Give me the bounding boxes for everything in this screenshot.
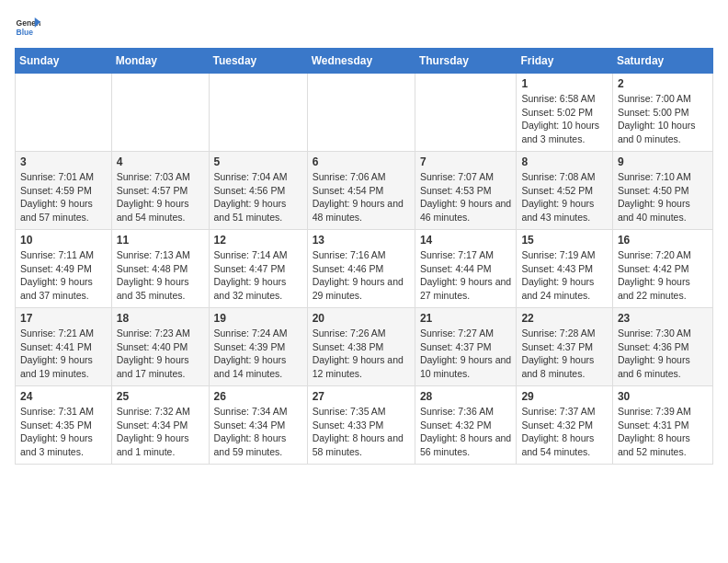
day-info: Sunrise: 7:35 AM Sunset: 4:33 PM Dayligh… — [313, 405, 410, 459]
day-number: 29 — [521, 390, 607, 403]
calendar-cell: 19Sunrise: 7:24 AM Sunset: 4:39 PM Dayli… — [209, 308, 307, 386]
calendar-cell: 24Sunrise: 7:31 AM Sunset: 4:35 PM Dayli… — [16, 386, 112, 465]
calendar-cell: 3Sunrise: 7:01 AM Sunset: 4:59 PM Daylig… — [16, 152, 112, 230]
calendar-cell: 12Sunrise: 7:14 AM Sunset: 4:47 PM Dayli… — [209, 230, 307, 308]
day-number: 24 — [20, 390, 107, 403]
day-number: 13 — [313, 234, 410, 247]
calendar-cell: 13Sunrise: 7:16 AM Sunset: 4:46 PM Dayli… — [307, 230, 415, 308]
calendar-cell: 26Sunrise: 7:34 AM Sunset: 4:34 PM Dayli… — [209, 386, 307, 465]
day-info: Sunrise: 7:10 AM Sunset: 4:50 PM Dayligh… — [618, 170, 708, 224]
calendar-cell: 5Sunrise: 7:04 AM Sunset: 4:56 PM Daylig… — [209, 152, 307, 230]
day-number: 25 — [117, 390, 204, 403]
day-info: Sunrise: 7:04 AM Sunset: 4:56 PM Dayligh… — [214, 170, 302, 224]
calendar-cell: 6Sunrise: 7:06 AM Sunset: 4:54 PM Daylig… — [307, 152, 415, 230]
day-info: Sunrise: 7:34 AM Sunset: 4:34 PM Dayligh… — [214, 405, 302, 459]
day-info: Sunrise: 7:30 AM Sunset: 4:36 PM Dayligh… — [618, 327, 708, 381]
day-info: Sunrise: 7:16 AM Sunset: 4:46 PM Dayligh… — [313, 248, 410, 303]
day-number: 6 — [313, 155, 410, 168]
header-cell-saturday: Saturday — [612, 49, 712, 74]
calendar-cell: 9Sunrise: 7:10 AM Sunset: 4:50 PM Daylig… — [612, 152, 712, 230]
day-info: Sunrise: 7:07 AM Sunset: 4:53 PM Dayligh… — [420, 170, 512, 224]
calendar-cell: 10Sunrise: 7:11 AM Sunset: 4:49 PM Dayli… — [16, 230, 112, 308]
calendar-cell: 30Sunrise: 7:39 AM Sunset: 4:31 PM Dayli… — [612, 386, 712, 465]
calendar-cell: 1Sunrise: 6:58 AM Sunset: 5:02 PM Daylig… — [517, 74, 612, 152]
day-info: Sunrise: 7:03 AM Sunset: 4:57 PM Dayligh… — [117, 170, 204, 224]
calendar-cell: 14Sunrise: 7:17 AM Sunset: 4:44 PM Dayli… — [415, 230, 517, 308]
calendar-cell: 2Sunrise: 7:00 AM Sunset: 5:00 PM Daylig… — [612, 74, 712, 152]
calendar-cell: 7Sunrise: 7:07 AM Sunset: 4:53 PM Daylig… — [415, 152, 517, 230]
calendar-header-row: SundayMondayTuesdayWednesdayThursdayFrid… — [16, 49, 713, 74]
day-number: 30 — [618, 390, 708, 403]
logo: General Blue — [15, 15, 44, 40]
calendar-cell — [111, 74, 209, 152]
calendar-cell: 20Sunrise: 7:26 AM Sunset: 4:38 PM Dayli… — [307, 308, 415, 386]
day-info: Sunrise: 7:08 AM Sunset: 4:52 PM Dayligh… — [521, 170, 607, 224]
day-info: Sunrise: 7:14 AM Sunset: 4:47 PM Dayligh… — [214, 248, 302, 303]
calendar-week-row: 17Sunrise: 7:21 AM Sunset: 4:41 PM Dayli… — [16, 308, 713, 386]
calendar-cell: 25Sunrise: 7:32 AM Sunset: 4:34 PM Dayli… — [111, 386, 209, 465]
day-number: 27 — [313, 390, 410, 403]
calendar-cell: 17Sunrise: 7:21 AM Sunset: 4:41 PM Dayli… — [16, 308, 112, 386]
day-number: 16 — [618, 234, 708, 247]
calendar-week-row: 1Sunrise: 6:58 AM Sunset: 5:02 PM Daylig… — [16, 74, 713, 152]
calendar-cell — [415, 74, 517, 152]
calendar-cell: 4Sunrise: 7:03 AM Sunset: 4:57 PM Daylig… — [111, 152, 209, 230]
day-info: Sunrise: 7:27 AM Sunset: 4:37 PM Dayligh… — [420, 327, 512, 381]
day-number: 3 — [20, 155, 107, 168]
calendar-cell: 15Sunrise: 7:19 AM Sunset: 4:43 PM Dayli… — [517, 230, 612, 308]
day-number: 2 — [618, 77, 708, 90]
day-info: Sunrise: 7:36 AM Sunset: 4:32 PM Dayligh… — [420, 405, 512, 459]
day-info: Sunrise: 7:32 AM Sunset: 4:34 PM Dayligh… — [117, 405, 204, 459]
day-info: Sunrise: 7:11 AM Sunset: 4:49 PM Dayligh… — [20, 248, 107, 303]
calendar-cell — [16, 74, 112, 152]
day-info: Sunrise: 7:23 AM Sunset: 4:40 PM Dayligh… — [117, 327, 204, 381]
day-info: Sunrise: 7:37 AM Sunset: 4:32 PM Dayligh… — [521, 405, 607, 459]
day-info: Sunrise: 7:13 AM Sunset: 4:48 PM Dayligh… — [117, 248, 204, 303]
day-number: 14 — [420, 234, 512, 247]
day-number: 21 — [420, 312, 512, 325]
day-info: Sunrise: 7:31 AM Sunset: 4:35 PM Dayligh… — [20, 405, 107, 459]
svg-text:Blue: Blue — [17, 28, 34, 37]
calendar-cell: 22Sunrise: 7:28 AM Sunset: 4:37 PM Dayli… — [517, 308, 612, 386]
day-number: 17 — [20, 312, 107, 325]
header-cell-tuesday: Tuesday — [209, 49, 307, 74]
calendar-week-row: 24Sunrise: 7:31 AM Sunset: 4:35 PM Dayli… — [16, 386, 713, 465]
day-number: 23 — [618, 312, 708, 325]
day-number: 20 — [313, 312, 410, 325]
day-number: 22 — [521, 312, 607, 325]
calendar-week-row: 3Sunrise: 7:01 AM Sunset: 4:59 PM Daylig… — [16, 152, 713, 230]
day-number: 5 — [214, 155, 302, 168]
day-info: Sunrise: 7:20 AM Sunset: 4:42 PM Dayligh… — [618, 248, 708, 303]
calendar-cell: 18Sunrise: 7:23 AM Sunset: 4:40 PM Dayli… — [111, 308, 209, 386]
calendar-table: SundayMondayTuesdayWednesdayThursdayFrid… — [15, 48, 713, 465]
day-info: Sunrise: 7:24 AM Sunset: 4:39 PM Dayligh… — [214, 327, 302, 381]
day-info: Sunrise: 7:06 AM Sunset: 4:54 PM Dayligh… — [313, 170, 410, 224]
day-number: 28 — [420, 390, 512, 403]
day-info: Sunrise: 6:58 AM Sunset: 5:02 PM Dayligh… — [521, 92, 607, 146]
calendar-week-row: 10Sunrise: 7:11 AM Sunset: 4:49 PM Dayli… — [16, 230, 713, 308]
calendar-cell: 29Sunrise: 7:37 AM Sunset: 4:32 PM Dayli… — [517, 386, 612, 465]
logo-icon: General Blue — [15, 15, 40, 40]
header-cell-monday: Monday — [111, 49, 209, 74]
day-number: 26 — [214, 390, 302, 403]
day-number: 4 — [117, 155, 204, 168]
header-cell-wednesday: Wednesday — [307, 49, 415, 74]
day-number: 15 — [521, 234, 607, 247]
day-info: Sunrise: 7:39 AM Sunset: 4:31 PM Dayligh… — [618, 405, 708, 459]
day-number: 19 — [214, 312, 302, 325]
day-number: 11 — [117, 234, 204, 247]
day-info: Sunrise: 7:21 AM Sunset: 4:41 PM Dayligh… — [20, 327, 107, 381]
day-info: Sunrise: 7:26 AM Sunset: 4:38 PM Dayligh… — [313, 327, 410, 381]
header-cell-thursday: Thursday — [415, 49, 517, 74]
day-number: 7 — [420, 155, 512, 168]
day-number: 10 — [20, 234, 107, 247]
day-number: 18 — [117, 312, 204, 325]
calendar-cell — [307, 74, 415, 152]
day-number: 1 — [521, 77, 607, 90]
day-info: Sunrise: 7:17 AM Sunset: 4:44 PM Dayligh… — [420, 248, 512, 303]
calendar-cell: 23Sunrise: 7:30 AM Sunset: 4:36 PM Dayli… — [612, 308, 712, 386]
day-number: 9 — [618, 155, 708, 168]
day-info: Sunrise: 7:19 AM Sunset: 4:43 PM Dayligh… — [521, 248, 607, 303]
calendar-cell: 27Sunrise: 7:35 AM Sunset: 4:33 PM Dayli… — [307, 386, 415, 465]
header-cell-friday: Friday — [517, 49, 612, 74]
